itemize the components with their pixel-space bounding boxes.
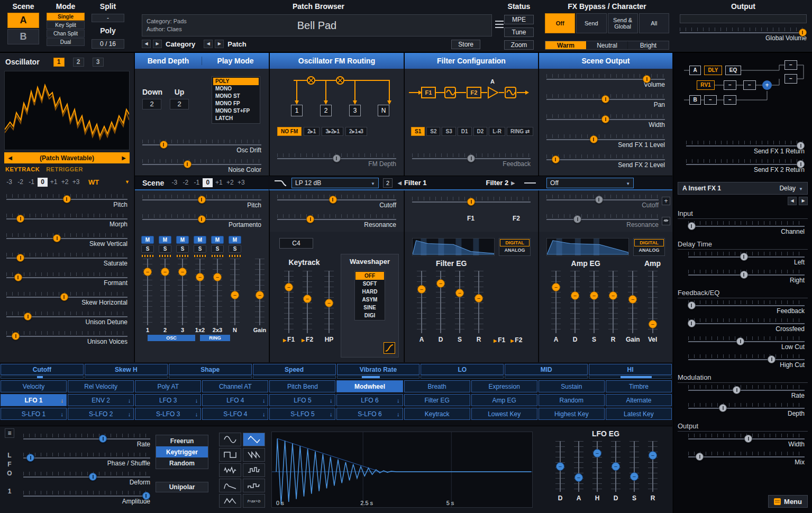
slider-handle[interactable] xyxy=(574,473,583,482)
play-mode-option[interactable]: MONO ST xyxy=(213,93,259,100)
octave-cell[interactable]: +2 xyxy=(60,178,70,187)
mod-source[interactable]: LFO 3↓ xyxy=(135,394,201,406)
dropdown-arrow-icon[interactable]: ↓ xyxy=(195,411,198,417)
waveshaper-option[interactable]: SOFT xyxy=(355,280,384,288)
eg-slider[interactable]: R xyxy=(646,441,659,502)
fm-node-osc1[interactable]: 1 xyxy=(291,105,303,116)
eg-target-button[interactable]: F2 xyxy=(510,336,522,344)
mod-source[interactable]: LFO 6↓ xyxy=(336,394,403,406)
mod-target-label[interactable]: Cutoff xyxy=(1,364,84,375)
slider-handle[interactable] xyxy=(590,135,598,143)
param-slider[interactable]: Feedback xyxy=(688,298,805,316)
mixer-level-slider[interactable] xyxy=(159,259,171,325)
octave-cell[interactable]: -1 xyxy=(26,178,37,187)
param-slider[interactable]: Channel xyxy=(688,219,805,237)
slider-handle[interactable] xyxy=(142,492,150,500)
slider-handle[interactable] xyxy=(688,222,696,230)
mod-source[interactable]: Highest Key xyxy=(539,408,605,420)
dropdown-arrow-icon[interactable]: ↓ xyxy=(61,397,64,404)
solo-button[interactable]: S xyxy=(194,245,206,253)
octave-cell[interactable]: +2 xyxy=(225,178,235,187)
character-option[interactable]: Bright xyxy=(628,41,669,49)
slider-handle[interactable] xyxy=(306,215,314,223)
slider-handle[interactable] xyxy=(612,462,620,471)
waveshaper-option[interactable]: OFF xyxy=(355,272,384,280)
keytrack-root-note[interactable]: C4 xyxy=(279,238,313,249)
fx-node-empty[interactable] xyxy=(724,80,736,90)
play-mode-option[interactable]: MONO ST+FP xyxy=(213,107,259,115)
slider-handle[interactable] xyxy=(696,453,704,461)
eg-slider[interactable]: S xyxy=(453,271,466,343)
highpass-slider[interactable]: HP xyxy=(323,271,335,343)
mod-target[interactable]: Vibrato Rate xyxy=(337,364,420,379)
slider-handle[interactable] xyxy=(688,301,696,309)
patch-next-button[interactable] xyxy=(215,40,224,48)
mod-source[interactable]: Velocity xyxy=(1,380,67,392)
lfo-shape-triangle-icon[interactable] xyxy=(243,433,265,446)
fx-node-empty[interactable] xyxy=(743,80,756,90)
param-slider[interactable]: Pan xyxy=(546,92,665,112)
lfo-trigger-mode[interactable]: Random xyxy=(156,457,208,469)
eg-slider[interactable]: Gain xyxy=(626,271,640,343)
dropdown-arrow-icon[interactable]: ↓ xyxy=(330,411,333,417)
param-slider[interactable]: Left xyxy=(688,250,805,268)
slider-handle[interactable] xyxy=(475,294,483,303)
slider-handle[interactable] xyxy=(740,271,748,279)
fx-next-button[interactable] xyxy=(799,197,808,205)
mixer-level-slider[interactable] xyxy=(176,259,189,325)
mod-source[interactable]: Breath xyxy=(404,380,470,392)
param-slider[interactable]: Morph xyxy=(6,212,127,231)
lfo-trigger-mode[interactable]: Freerun xyxy=(156,435,208,446)
lfo-shape-sawtooth-icon[interactable] xyxy=(243,448,265,462)
store-button[interactable]: Store xyxy=(451,40,480,49)
poly-count[interactable]: 0 / 16 xyxy=(92,39,124,49)
insert-type-dropdown[interactable]: Delay xyxy=(779,185,803,192)
filter-routing-option[interactable]: S1 xyxy=(411,127,425,136)
mod-source[interactable]: LFO 1↓ xyxy=(1,394,67,406)
solo-button[interactable]: S xyxy=(159,245,171,253)
fm-node-osc2[interactable]: 2 xyxy=(320,105,332,116)
param-slider[interactable]: Width xyxy=(546,112,665,132)
slider-handle[interactable] xyxy=(333,154,341,162)
slider-handle[interactable] xyxy=(736,337,744,345)
fx-bypass-option[interactable]: Send xyxy=(576,13,606,33)
fx-node-scene-a[interactable]: A xyxy=(689,66,701,75)
lfo-shape-sine-icon[interactable] xyxy=(219,433,241,446)
eg-slider[interactable]: D xyxy=(609,441,622,502)
waveshaper-option[interactable]: ASYM xyxy=(355,296,384,304)
mod-source[interactable]: S-LFO 5↓ xyxy=(269,408,335,420)
patch-display[interactable]: Category: Pads Author: Claes Bell Pad xyxy=(142,14,492,36)
param-slider[interactable]: Formant xyxy=(6,270,127,290)
param-slider[interactable]: Saturate xyxy=(6,251,127,270)
solo-button[interactable]: S xyxy=(229,245,241,253)
mod-source[interactable]: LFO 4↓ xyxy=(202,394,268,406)
waveshaper-option[interactable]: DIGI xyxy=(355,312,384,319)
slider-handle[interactable] xyxy=(595,196,603,204)
retrigger-toggle[interactable]: RETRIGGER xyxy=(46,166,83,172)
param-slider[interactable]: Noise Color xyxy=(142,157,261,177)
slider-handle[interactable] xyxy=(688,319,696,327)
param-slider[interactable]: High Cut xyxy=(688,352,805,370)
mod-target[interactable]: LO xyxy=(421,364,504,379)
lfo-trigger-mode[interactable]: Keytrigger xyxy=(156,446,208,457)
solo-button[interactable]: S xyxy=(141,245,154,253)
fx-bypass-option[interactable]: Off xyxy=(545,13,575,33)
mute-button[interactable]: M xyxy=(211,236,224,244)
eg-slider[interactable]: D xyxy=(554,441,567,502)
mute-button[interactable]: M xyxy=(229,236,241,244)
fx-bypass-option[interactable]: All xyxy=(639,13,669,33)
slider-handle[interactable] xyxy=(14,273,22,281)
slider-handle[interactable] xyxy=(160,141,168,149)
dropdown-arrow-icon[interactable]: ↓ xyxy=(61,411,64,417)
eg-slider[interactable]: R xyxy=(472,271,485,343)
filter-balance-slider[interactable] xyxy=(412,195,531,214)
param-slider[interactable]: Low Cut xyxy=(688,334,805,352)
param-slider[interactable]: Deform xyxy=(23,470,150,489)
param-slider[interactable]: Resonance xyxy=(277,212,396,232)
lfo-shape-noise-icon[interactable] xyxy=(219,463,241,477)
octave-cell[interactable]: -2 xyxy=(180,178,190,187)
mod-source[interactable]: Alternate xyxy=(606,394,672,406)
fx-node-delay[interactable]: DLY xyxy=(704,66,722,75)
unipolar-button[interactable]: Unipolar xyxy=(156,482,208,492)
param-slider[interactable]: Osc Drift xyxy=(142,138,261,157)
